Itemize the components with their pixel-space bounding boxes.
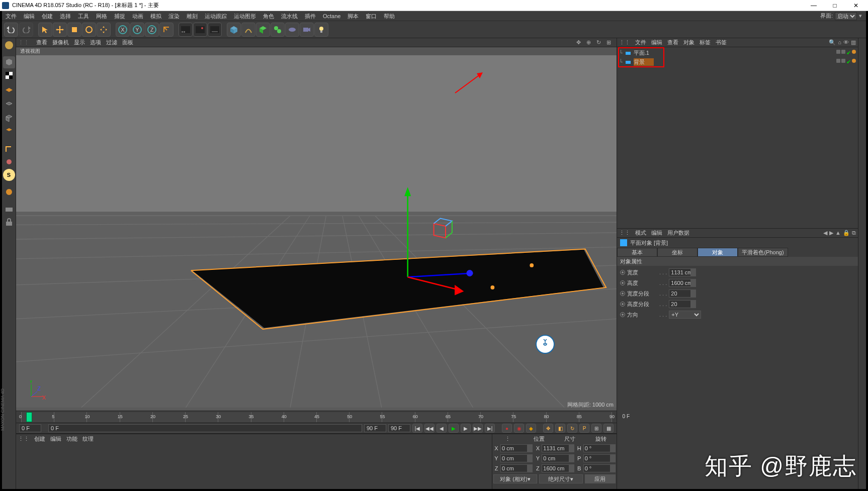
menu-animate[interactable]: 动画 bbox=[129, 11, 147, 21]
tab-phong[interactable]: 平滑着色(Phong) bbox=[738, 248, 788, 257]
object-row[interactable]: └ 背景 ✔ bbox=[619, 57, 856, 66]
objmenu-file[interactable]: 文件 bbox=[635, 39, 646, 46]
rot-H-field[interactable]: 0 ° bbox=[583, 444, 616, 452]
anim-dot[interactable] bbox=[620, 291, 625, 296]
environment-button[interactable] bbox=[285, 23, 299, 37]
anim-dot[interactable] bbox=[620, 302, 625, 307]
last-tool[interactable] bbox=[97, 23, 111, 37]
matmenu-edit[interactable]: 编辑 bbox=[50, 435, 61, 443]
new-window-icon[interactable]: ⧉ bbox=[852, 230, 856, 236]
primitive-cube-button[interactable] bbox=[227, 23, 241, 37]
edge-mode[interactable] bbox=[3, 113, 15, 125]
timeline-scrub[interactable]: 0 F bbox=[48, 424, 362, 432]
play-button[interactable]: ▶ bbox=[449, 424, 459, 433]
playhead[interactable] bbox=[26, 412, 32, 422]
object-manager[interactable]: └ 平面.1 ✔ └ 背景 ✔ bbox=[617, 47, 858, 228]
light-button[interactable] bbox=[314, 23, 328, 37]
menu-script[interactable]: 脚本 bbox=[344, 11, 362, 21]
point-mode[interactable] bbox=[3, 100, 15, 112]
tab-coord[interactable]: 坐标 bbox=[657, 248, 698, 257]
menu-tools[interactable]: 工具 bbox=[74, 11, 93, 21]
vpmenu-display[interactable]: 显示 bbox=[74, 39, 85, 46]
direction-select[interactable]: +Y bbox=[669, 311, 701, 319]
vp-nav1-icon[interactable]: ✥ bbox=[576, 39, 583, 46]
key-pos-button[interactable]: ✥ bbox=[543, 424, 553, 433]
layout-menu-icon[interactable]: ▾ bbox=[859, 13, 862, 19]
range-end-field[interactable]: 90 F bbox=[364, 424, 386, 432]
size-Y-field[interactable]: 0 cm bbox=[542, 454, 574, 462]
next-key-button[interactable]: ▶▶ bbox=[473, 424, 483, 433]
layout-panel-icon[interactable]: ▥ bbox=[851, 39, 856, 46]
tab-object[interactable]: 对象 bbox=[698, 248, 738, 257]
panel-grip-icon[interactable]: ⋮⋮ bbox=[18, 436, 29, 442]
vp-nav4-icon[interactable]: ⊞ bbox=[606, 39, 614, 46]
apply-button[interactable]: 应用 bbox=[585, 474, 616, 483]
vpmenu-options[interactable]: 选项 bbox=[90, 39, 101, 46]
scale-tool[interactable] bbox=[67, 23, 81, 37]
key-rot-button[interactable]: ↻ bbox=[567, 424, 577, 433]
redo-button[interactable] bbox=[19, 23, 33, 37]
goto-end-button[interactable]: ▶| bbox=[485, 424, 495, 433]
attrmenu-userdata[interactable]: 用户数据 bbox=[667, 229, 689, 237]
phong-tag-icon[interactable] bbox=[852, 59, 856, 63]
rot-B-field[interactable]: 0 ° bbox=[583, 464, 616, 472]
range-start-field[interactable]: 0 F bbox=[19, 424, 41, 432]
menu-character[interactable]: 角色 bbox=[259, 11, 278, 21]
object-name[interactable]: 平面.1 bbox=[634, 49, 654, 57]
objmenu-objects[interactable]: 对象 bbox=[683, 39, 695, 46]
eye-icon[interactable]: 👁 bbox=[843, 39, 849, 46]
vpmenu-panel[interactable]: 面板 bbox=[122, 39, 133, 46]
nav-back-icon[interactable]: ◀ bbox=[823, 230, 827, 236]
panel-grip-icon[interactable]: ⋮ bbox=[492, 434, 524, 443]
viewport-solo[interactable] bbox=[3, 203, 15, 215]
perspective-viewport[interactable]: 网格间距: 1000 cm Y X Z bbox=[16, 55, 617, 411]
tweak-mode[interactable] bbox=[3, 156, 15, 168]
goto-start-button[interactable]: |◀ bbox=[412, 424, 422, 433]
pos-Z-field[interactable]: 0 cm bbox=[500, 464, 533, 472]
snap-toggle[interactable]: S bbox=[3, 169, 15, 181]
nav-fwd-icon[interactable]: ▶ bbox=[829, 230, 833, 236]
menu-pipeline[interactable]: 流水线 bbox=[278, 11, 301, 21]
spline-pen-button[interactable] bbox=[241, 23, 255, 37]
menu-simulate[interactable]: 模拟 bbox=[147, 11, 165, 21]
enable-toggle[interactable]: ✔ bbox=[846, 59, 851, 65]
attrmenu-mode[interactable]: 模式 bbox=[635, 229, 646, 237]
vis-editor-icon[interactable] bbox=[836, 59, 840, 63]
render-pv-button[interactable] bbox=[193, 23, 207, 37]
soft-select[interactable] bbox=[3, 186, 15, 198]
prev-frame-button[interactable]: ◀ bbox=[437, 424, 447, 433]
vp-nav3-icon[interactable]: ↻ bbox=[596, 39, 603, 46]
coord-system[interactable] bbox=[159, 23, 173, 37]
menu-plugins[interactable]: 插件 bbox=[301, 11, 319, 21]
generator-button[interactable] bbox=[256, 23, 270, 37]
lock-icon[interactable]: 🔒 bbox=[843, 230, 850, 236]
attr-高度-field[interactable]: 1600 cm bbox=[669, 279, 696, 287]
anim-dot[interactable] bbox=[620, 280, 625, 285]
preview-end-field[interactable]: 90 F bbox=[388, 424, 410, 432]
pos-X-field[interactable]: 0 cm bbox=[500, 444, 533, 452]
record-button[interactable]: ● bbox=[502, 424, 512, 433]
size-mode-select[interactable]: 绝对尺寸 ▾ bbox=[539, 474, 583, 483]
close-button[interactable]: ✕ bbox=[849, 2, 863, 9]
matmenu-function[interactable]: 功能 bbox=[66, 435, 77, 443]
anim-dot[interactable] bbox=[620, 312, 625, 317]
vis-render-icon[interactable] bbox=[841, 59, 845, 63]
enable-toggle[interactable]: ✔ bbox=[846, 50, 851, 56]
matmenu-texture[interactable]: 纹理 bbox=[82, 435, 94, 443]
live-select-tool[interactable] bbox=[38, 23, 52, 37]
menu-create[interactable]: 创建 bbox=[38, 11, 56, 21]
size-Z-field[interactable]: 1600 cm bbox=[542, 464, 574, 472]
vpmenu-view[interactable]: 查看 bbox=[36, 39, 47, 46]
axis-mode[interactable] bbox=[3, 143, 15, 155]
locked-workplane[interactable] bbox=[3, 216, 15, 228]
object-row[interactable]: └ 平面.1 ✔ bbox=[619, 48, 856, 57]
model-mode[interactable] bbox=[3, 56, 15, 68]
key-scale-button[interactable]: ◧ bbox=[555, 424, 565, 433]
menu-motiontrack[interactable]: 运动跟踪 bbox=[201, 11, 230, 21]
vp-nav2-icon[interactable]: ⊕ bbox=[586, 39, 593, 46]
search-icon[interactable]: 🔍 bbox=[829, 39, 836, 46]
timeline-options[interactable]: ▦ bbox=[603, 424, 614, 433]
attr-宽度分段-field[interactable]: 20 bbox=[669, 289, 696, 298]
objmenu-bookmarks[interactable]: 书签 bbox=[716, 39, 727, 46]
pos-Y-field[interactable]: 0 cm bbox=[500, 454, 533, 462]
